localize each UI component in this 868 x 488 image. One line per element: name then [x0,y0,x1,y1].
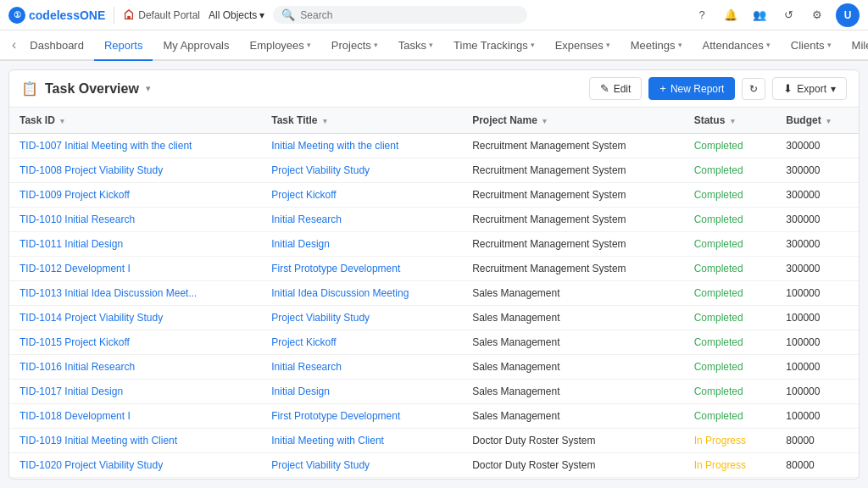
export-button[interactable]: ⬇ Export ▾ [772,77,847,100]
task-title[interactable]: First Prototype Development [261,404,462,429]
task-id[interactable]: TID-1014 Project Viability Study [9,306,261,330]
nav-item-label: Time Trackings [453,39,528,52]
table-row: TID-1012 Development IFirst Prototype De… [9,257,859,281]
new-report-button[interactable]: + New Report [648,77,735,100]
table-row: TID-1007 Initial Meeting with the client… [9,134,859,158]
budget: 300000 [776,257,859,281]
nav-item-chevron: ▾ [766,41,771,49]
project-name: Sales Management [462,404,684,429]
task-title[interactable]: First Prototype Development [261,257,462,281]
nav-item-employees[interactable]: Employees▾ [240,30,321,61]
plus-icon: + [659,82,666,95]
col-header-task-title[interactable]: Task Title ▾ [261,108,462,134]
title-chevron[interactable]: ▾ [146,83,151,94]
task-title[interactable]: Project Kickoff [261,330,462,355]
nav-item-chevron: ▾ [429,41,433,49]
task-id[interactable]: TID-1017 Initial Design [9,380,261,404]
status: Completed [684,158,776,183]
table-container[interactable]: Task ID ▾Task Title ▾Project Name ▾Statu… [9,108,859,479]
notification-icon[interactable]: 🔔 [721,5,741,25]
task-id[interactable]: TID-1020 Project Viability Study [9,453,261,478]
export-label: Export [797,83,826,95]
nav-item-milestones[interactable]: Milestones▾ [842,30,868,61]
history-icon[interactable]: ↺ [778,5,798,25]
refresh-icon: ↻ [749,83,758,95]
navbar: ‹ DashboardReportsMy ApprovalsEmployees▾… [0,30,868,61]
project-name: Sales Management [462,380,684,404]
nav-item-clients[interactable]: Clients▾ [781,30,842,61]
task-title[interactable]: Project Viability Study [261,306,462,330]
task-id[interactable]: TID-1018 Development I [9,404,261,429]
task-id[interactable]: TID-1009 Project Kickoff [9,183,261,208]
nav-item-chevron: ▾ [606,41,610,49]
sort-icon: ▾ [731,117,735,125]
task-id[interactable]: TID-1007 Initial Meeting with the client [9,134,261,158]
task-id[interactable]: TID-1021 Project Kickoff [9,478,261,480]
logo[interactable]: ① codelessONE [8,7,105,24]
status: Completed [684,355,776,380]
nav-item-expenses[interactable]: Expenses▾ [545,30,620,61]
table-row: TID-1008 Project Viability StudyProject … [9,158,859,183]
task-title[interactable]: Project Kickoff [261,183,462,208]
task-title[interactable]: Project Kickoff [261,478,462,480]
search-bar[interactable]: 🔍 [273,6,527,24]
task-title[interactable]: Initial Meeting with Client [261,429,462,453]
task-title[interactable]: Initial Research [261,208,462,232]
table-row: TID-1010 Initial ResearchInitial Researc… [9,208,859,232]
edit-button[interactable]: ✎ Edit [589,77,643,100]
search-input[interactable] [300,9,519,21]
task-id[interactable]: TID-1016 Initial Research [9,355,261,380]
col-header-project-name[interactable]: Project Name ▾ [462,108,684,134]
sort-icon: ▾ [542,117,547,125]
status: In Progress [684,429,776,453]
task-id[interactable]: TID-1013 Initial Idea Discussion Meet... [9,281,261,306]
task-title[interactable]: Initial Research [261,355,462,380]
project-name: Sales Management [462,330,684,355]
nav-item-time-trackings[interactable]: Time Trackings▾ [443,30,545,61]
table-row: TID-1017 Initial DesignInitial DesignSal… [9,380,859,404]
nav-item-label: Meetings [631,39,676,52]
task-id[interactable]: TID-1015 Project Kickoff [9,330,261,355]
task-title[interactable]: Project Viability Study [261,453,462,478]
settings-icon[interactable]: ⚙ [807,5,827,25]
budget: 300000 [776,232,859,257]
nav-item-label: My Approvals [163,39,229,52]
task-id[interactable]: TID-1008 Project Viability Study [9,158,261,183]
task-id[interactable]: TID-1019 Initial Meeting with Client [9,429,261,453]
avatar[interactable]: U [836,3,860,27]
task-title[interactable]: Initial Design [261,380,462,404]
help-icon[interactable]: ? [692,5,712,25]
users-icon[interactable]: 👥 [749,5,770,25]
task-title[interactable]: Initial Design [261,232,462,257]
nav-left-arrow[interactable]: ‹ [8,37,19,53]
sort-icon: ▾ [323,117,327,125]
refresh-button[interactable]: ↻ [742,78,765,100]
portal-selector[interactable]: Default Portal [123,9,200,21]
nav-item-reports[interactable]: Reports [94,30,153,61]
task-title[interactable]: Project Viability Study [261,158,462,183]
project-name: Recruitment Management System [462,232,684,257]
task-title[interactable]: Initial Meeting with the client [261,134,462,158]
col-header-budget[interactable]: Budget ▾ [776,108,859,134]
col-header-status[interactable]: Status ▾ [684,108,776,134]
task-id[interactable]: TID-1012 Development I [9,257,261,281]
task-id[interactable]: TID-1010 Initial Research [9,208,261,232]
status: Completed [684,281,776,306]
budget: 300000 [776,208,859,232]
nav-item-my-approvals[interactable]: My Approvals [153,30,239,61]
nav-item-dashboard[interactable]: Dashboard [19,30,94,61]
export-icon: ⬇ [783,82,793,95]
nav-item-meetings[interactable]: Meetings▾ [620,30,693,61]
nav-item-tasks[interactable]: Tasks▾ [388,30,443,61]
col-header-task-id[interactable]: Task ID ▾ [9,108,261,134]
nav-item-chevron: ▾ [678,41,682,49]
task-title[interactable]: Initial Idea Discussion Meeting [261,281,462,306]
nav-item-label: Reports [104,39,143,52]
nav-item-attendances[interactable]: Attendances▾ [693,30,781,61]
nav-item-projects[interactable]: Projects▾ [321,30,388,61]
all-objects-dropdown[interactable]: All Objects ▾ [209,9,264,21]
task-id[interactable]: TID-1011 Initial Design [9,232,261,257]
table-row: TID-1014 Project Viability StudyProject … [9,306,859,330]
status: Completed [684,380,776,404]
budget: 100000 [776,330,859,355]
